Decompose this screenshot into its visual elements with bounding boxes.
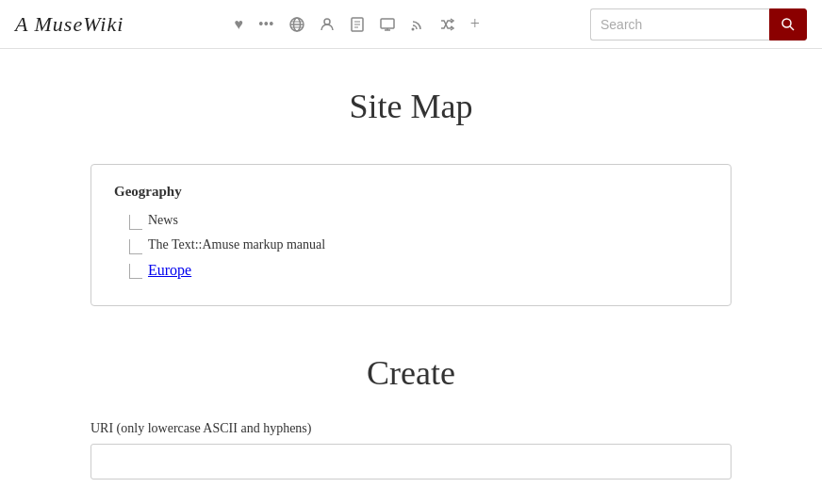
svg-point-14 xyxy=(782,19,791,27)
search-area xyxy=(590,8,807,41)
tree-connector xyxy=(129,264,142,279)
svg-line-15 xyxy=(790,26,794,30)
heart-icon[interactable]: ♥ xyxy=(234,16,243,33)
sitemap-category: Geography xyxy=(114,184,708,200)
create-section: Create URI (only lowercase ASCII and hyp… xyxy=(90,353,732,480)
monitor-icon[interactable] xyxy=(380,17,395,32)
search-button[interactable] xyxy=(769,8,807,41)
tree-connector xyxy=(129,239,142,254)
sitemap-link-amuse[interactable]: The Text::Amuse markup manual xyxy=(148,237,325,252)
navbar: A MuseWiki ♥ ••• xyxy=(0,0,822,49)
rss-icon[interactable] xyxy=(410,17,425,32)
shuffle-icon[interactable] xyxy=(440,17,455,32)
sitemap-link-europe[interactable]: Europe xyxy=(148,262,191,279)
globe-icon[interactable] xyxy=(289,17,304,32)
search-icon xyxy=(781,18,795,31)
tree-connector xyxy=(129,215,142,230)
list-item: News xyxy=(114,213,708,230)
list-item: The Text::Amuse markup manual xyxy=(114,237,708,254)
svg-rect-10 xyxy=(381,19,394,28)
search-input[interactable] xyxy=(590,8,769,41)
create-title: Create xyxy=(90,353,732,393)
sitemap-link-news[interactable]: News xyxy=(148,213,178,228)
brand: A MuseWiki xyxy=(15,12,123,37)
main-content: Site Map Geography News The Text::Amuse … xyxy=(72,49,750,504)
sitemap-items-list: News The Text::Amuse markup manual Europ… xyxy=(114,213,708,279)
brand-logo-text: A MuseWiki xyxy=(15,12,123,36)
page-title: Site Map xyxy=(90,87,732,126)
uri-input[interactable] xyxy=(90,444,732,480)
book-icon[interactable] xyxy=(350,17,365,32)
list-item: Europe xyxy=(114,262,708,279)
user-icon[interactable] xyxy=(320,17,335,32)
brand-logo[interactable]: A MuseWiki xyxy=(15,12,123,37)
plus-icon[interactable]: + xyxy=(470,14,480,34)
sitemap-section: Geography News The Text::Amuse markup ma… xyxy=(90,164,732,306)
uri-label: URI (only lowercase ASCII and hyphens) xyxy=(90,421,732,436)
more-icon[interactable]: ••• xyxy=(258,16,274,33)
svg-point-5 xyxy=(324,19,330,24)
svg-point-13 xyxy=(411,27,414,30)
nav-icons: ♥ ••• xyxy=(234,14,479,34)
